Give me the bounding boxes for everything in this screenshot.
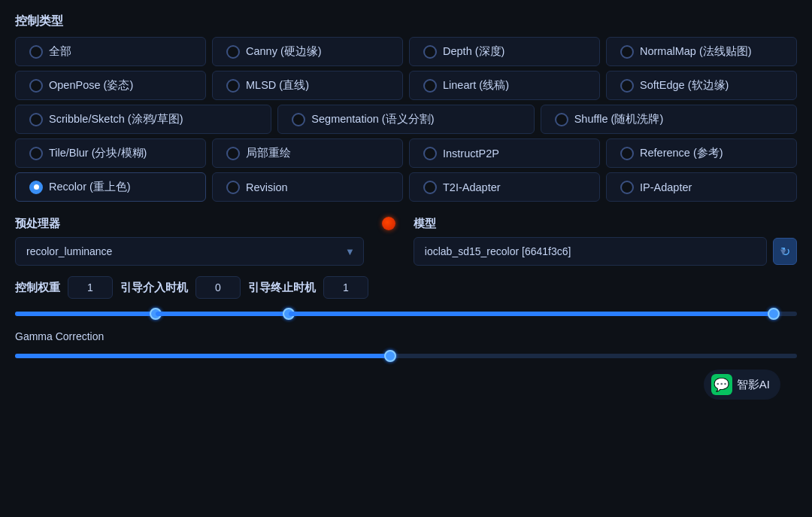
gamma-slider-track — [15, 354, 797, 358]
watermark: 💬 智影AI — [704, 370, 780, 400]
preprocessor-select-wrapper: recolor_luminancerecolor_intensitynone ▼ — [15, 237, 364, 266]
radio-circle-tileblur — [29, 147, 43, 160]
radio-label-reference: Reference (参考) — [640, 146, 723, 160]
radio-label-openpose: OpenPose (姿态) — [49, 78, 133, 93]
radio-circle-openpose — [29, 79, 43, 93]
radio-circle-t2iadapter — [423, 181, 437, 194]
end-value[interactable]: 1 — [323, 276, 368, 299]
radio-circle-lineart — [423, 79, 437, 93]
radio-option-shuffle[interactable]: Shuffle (随机洗牌) — [541, 105, 797, 134]
radio-option-softedge[interactable]: SoftEdge (软边缘) — [606, 71, 797, 100]
radio-circle-revision — [226, 181, 240, 194]
radio-circle-shuffle — [555, 113, 568, 126]
radio-option-openpose[interactable]: OpenPose (姿态) — [15, 71, 206, 100]
radio-circle-inpaint — [226, 147, 240, 160]
controls-row: 控制权重 1 引导介入时机 0 引导终止时机 1 — [15, 276, 797, 299]
radio-label-instructp2p: InstructP2P — [443, 147, 499, 160]
radio-label-shuffle: Shuffle (随机洗牌) — [574, 112, 664, 126]
weight-value[interactable]: 1 — [68, 276, 113, 299]
radio-circle-mlsd — [226, 79, 240, 93]
end-slider-fill — [289, 312, 774, 316]
control-type-grid: 全部Canny (硬边缘)Depth (深度)NormalMap (法线贴图)O… — [15, 37, 797, 202]
radio-circle-canny — [226, 45, 240, 59]
start-label: 引导介入时机 — [120, 281, 188, 295]
radio-label-revision: Revision — [246, 181, 288, 193]
radio-option-inpaint[interactable]: 局部重绘 — [212, 138, 403, 168]
radio-option-scribble[interactable]: Scribble/Sketch (涂鸦/草图) — [15, 105, 271, 134]
radio-option-mlsd[interactable]: MLSD (直线) — [212, 71, 403, 100]
radio-label-segmentation: Segmentation (语义分割) — [311, 112, 434, 126]
radio-option-ipadapter[interactable]: IP-Adapter — [606, 172, 797, 202]
gamma-label: Gamma Correction — [15, 330, 797, 342]
radio-option-t2iadapter[interactable]: T2I-Adapter — [409, 172, 600, 202]
radio-label-normalmap: NormalMap (法线贴图) — [640, 44, 752, 59]
radio-option-lineart[interactable]: Lineart (线稿) — [409, 71, 600, 100]
radio-circle-softedge — [620, 79, 634, 93]
wechat-icon: 💬 — [711, 374, 732, 395]
radio-label-lineart: Lineart (线稿) — [443, 78, 509, 93]
start-slider-fill — [156, 312, 289, 316]
preprocessor-label: 预处理器 — [15, 217, 364, 231]
radio-circle-scribble — [29, 113, 43, 126]
end-label: 引导终止时机 — [248, 281, 316, 295]
weight-slider-fill — [15, 312, 156, 316]
radio-option-reference[interactable]: Reference (参考) — [606, 138, 797, 168]
radio-option-depth[interactable]: Depth (深度) — [409, 37, 600, 66]
model-refresh-button[interactable]: ↻ — [773, 238, 797, 265]
model-label: 模型 — [414, 217, 797, 231]
radio-circle-reference — [620, 147, 634, 160]
model-select[interactable]: ioclab_sd15_recolor [6641f3c6] — [414, 237, 767, 266]
model-select-wrapper: ioclab_sd15_recolor [6641f3c6] ▼ ↻ — [414, 237, 797, 266]
gamma-slider-fill — [15, 354, 390, 358]
section-title: 控制类型 — [15, 14, 797, 29]
radio-option-instructp2p[interactable]: InstructP2P — [409, 138, 600, 168]
weight-label: 控制权重 — [15, 281, 60, 295]
radio-option-all[interactable]: 全部 — [15, 37, 206, 66]
radio-label-recolor: Recolor (重上色) — [49, 180, 131, 194]
radio-circle-instructp2p — [423, 147, 437, 160]
radio-label-t2iadapter: T2I-Adapter — [443, 181, 501, 193]
slider-track — [15, 312, 797, 316]
radio-option-normalmap[interactable]: NormalMap (法线贴图) — [606, 37, 797, 66]
end-slider-thumb[interactable] — [768, 308, 780, 320]
start-value[interactable]: 0 — [195, 276, 241, 299]
radio-option-canny[interactable]: Canny (硬边缘) — [212, 37, 403, 66]
radio-label-tileblur: Tile/Blur (分块/模糊) — [49, 146, 147, 160]
red-dot-indicator — [382, 217, 395, 230]
radio-label-softedge: SoftEdge (软边缘) — [640, 78, 729, 93]
radio-option-segmentation[interactable]: Segmentation (语义分割) — [277, 105, 534, 134]
radio-label-canny: Canny (硬边缘) — [246, 44, 322, 59]
radio-circle-segmentation — [292, 113, 305, 126]
radio-option-tileblur[interactable]: Tile/Blur (分块/模糊) — [15, 138, 206, 168]
radio-circle-depth — [423, 45, 437, 59]
radio-option-revision[interactable]: Revision — [212, 172, 403, 202]
radio-label-inpaint: 局部重绘 — [246, 146, 291, 160]
watermark-text: 智影AI — [737, 378, 770, 392]
radio-label-ipadapter: IP-Adapter — [640, 181, 692, 193]
gamma-slider-thumb[interactable] — [384, 350, 396, 362]
radio-label-mlsd: MLSD (直线) — [246, 78, 309, 93]
radio-label-scribble: Scribble/Sketch (涂鸦/草图) — [49, 112, 183, 126]
radio-circle-all — [29, 45, 43, 59]
radio-circle-normalmap — [620, 45, 634, 59]
radio-circle-recolor — [29, 181, 43, 194]
radio-option-recolor[interactable]: Recolor (重上色) — [15, 172, 206, 202]
radio-label-depth: Depth (深度) — [443, 44, 504, 59]
preprocessor-select[interactable]: recolor_luminancerecolor_intensitynone — [15, 237, 364, 266]
sliders-area — [15, 306, 797, 321]
radio-label-all: 全部 — [49, 44, 71, 59]
radio-circle-ipadapter — [620, 181, 634, 194]
